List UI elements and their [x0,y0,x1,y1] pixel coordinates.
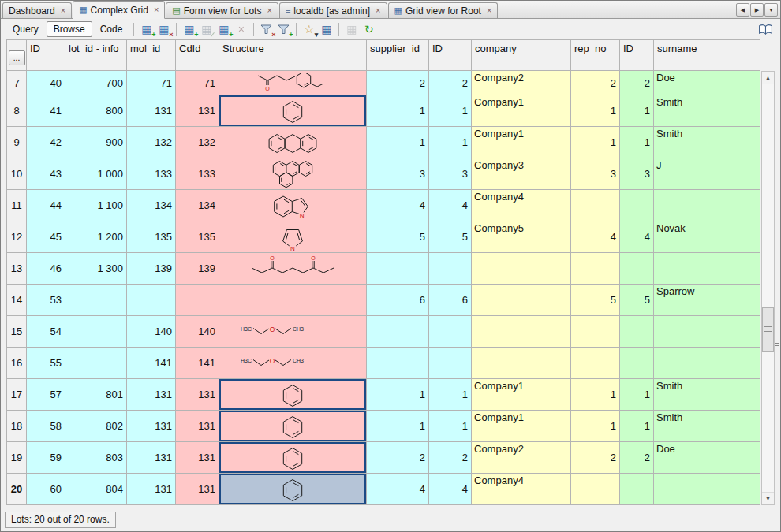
cell-mol-id[interactable]: 139 [127,253,176,285]
cell-rep-no[interactable]: 2 [571,442,620,474]
tab-close-icon[interactable]: × [61,6,65,15]
cell-supplier-id[interactable]: 4 [367,474,429,505]
cell-supplier-id[interactable] [367,316,429,348]
cell-id3[interactable]: 2 [620,442,654,474]
cell-mol-id[interactable]: 71 [127,71,176,95]
cell-id2[interactable]: 1 [429,95,472,127]
row-selector-9[interactable]: 9 [7,127,27,158]
cell-id[interactable]: 55 [27,348,65,379]
cell-surname[interactable]: J [654,158,760,190]
cell-cdid[interactable]: 131 [176,411,219,442]
cell-surname[interactable]: Novak [654,221,760,253]
row-selector-17[interactable]: 17 [7,379,27,411]
cell-id2[interactable]: 1 [429,379,472,411]
cell-surname[interactable] [654,474,760,505]
cell-id3[interactable]: 1 [620,127,654,158]
cell-rep-no[interactable]: 1 [571,411,620,442]
cell-cdid[interactable]: 132 [176,127,219,158]
cell-lot-id[interactable]: 804 [65,474,127,505]
favorites-button[interactable]: ☆▾ [301,21,317,38]
column-header-supplier-id[interactable]: supplier_id [367,40,429,71]
cell-mol-id[interactable]: 135 [127,221,176,253]
row-selector-8[interactable]: 8 [7,95,27,127]
cell-rep-no[interactable]: 4 [571,221,620,253]
tab-close-icon[interactable]: × [267,6,271,15]
cell-id[interactable]: 40 [27,71,65,95]
cell-company[interactable]: Company2 [472,442,571,474]
row-selector-13[interactable]: 13 [7,253,27,285]
add-grid-button[interactable]: ▦+ [138,21,155,38]
cell-structure[interactable] [219,379,367,411]
tab-close-icon[interactable]: × [376,6,380,15]
scrollbar-track[interactable] [762,84,774,492]
cell-mol-id[interactable]: 131 [127,474,176,505]
cell-company[interactable] [472,285,571,316]
cell-id3[interactable] [620,316,654,348]
cell-id[interactable]: 53 [27,285,65,316]
cell-id[interactable]: 46 [27,253,65,285]
cell-lot-id[interactable]: 1 000 [65,158,127,190]
cell-id3[interactable] [620,474,654,505]
cell-surname[interactable]: Smith [654,411,760,442]
cell-id[interactable]: 57 [27,379,65,411]
cell-id[interactable]: 44 [27,190,65,221]
cell-supplier-id[interactable]: 6 [367,285,429,316]
cell-id[interactable]: 42 [27,127,65,158]
cell-id2[interactable]: 2 [429,71,472,95]
cell-surname[interactable] [654,253,760,285]
cell-lot-id[interactable]: 1 200 [65,221,127,253]
copy-record-button[interactable]: ▦+ [215,21,232,38]
cell-rep-no[interactable]: 1 [571,95,620,127]
cell-rep-no[interactable] [571,316,620,348]
cell-mol-id[interactable] [127,285,176,316]
cell-structure[interactable]: H3COCH3 [219,348,367,379]
cell-id3[interactable]: 1 [620,95,654,127]
cell-company[interactable]: Company5 [472,221,571,253]
cell-company[interactable]: Company4 [472,190,571,221]
cell-id3[interactable] [620,190,654,221]
cell-cdid[interactable]: 131 [176,474,219,505]
cell-structure[interactable] [219,95,367,127]
add-filter-button[interactable]: + [275,21,292,38]
column-header-id3[interactable]: ID [620,40,654,71]
row-selector-18[interactable]: 18 [7,411,27,442]
cell-company[interactable]: Company2 [472,71,571,95]
column-header-id2[interactable]: ID [429,40,472,71]
cell-company[interactable] [472,253,571,285]
code-view-button[interactable]: Code [93,21,130,37]
cell-id2[interactable]: 4 [429,190,472,221]
tab-dashboard[interactable]: Dashboard× [2,2,72,18]
cell-mol-id[interactable]: 131 [127,379,176,411]
cell-company[interactable]: Company1 [472,411,571,442]
cell-mol-id[interactable]: 131 [127,411,176,442]
cell-supplier-id[interactable]: 5 [367,221,429,253]
cell-supplier-id[interactable]: 1 [367,379,429,411]
cell-id3[interactable]: 1 [620,411,654,442]
cell-mol-id[interactable]: 134 [127,190,176,221]
cell-id2[interactable]: 1 [429,411,472,442]
cell-surname[interactable]: Smith [654,95,760,127]
cell-rep-no[interactable] [571,474,620,505]
cell-id[interactable]: 58 [27,411,65,442]
cell-structure[interactable] [219,285,367,316]
cell-company[interactable]: Company3 [472,158,571,190]
cell-company[interactable] [472,348,571,379]
cell-id[interactable]: 54 [27,316,65,348]
cell-structure[interactable] [219,411,367,442]
cell-lot-id[interactable]: 1 300 [65,253,127,285]
cell-mol-id[interactable]: 140 [127,316,176,348]
tab-close-icon[interactable]: × [154,6,159,14]
cell-lot-id[interactable] [65,285,127,316]
cell-structure[interactable]: O [219,71,367,95]
row-selector-19[interactable]: 19 [7,442,27,474]
cell-supplier-id[interactable]: 3 [367,158,429,190]
clear-filter-button[interactable]: × [258,21,275,38]
cell-cdid[interactable]: 140 [176,316,219,348]
cell-structure[interactable] [219,127,367,158]
cell-mol-id[interactable]: 133 [127,158,176,190]
cell-surname[interactable]: Sparrow [654,285,760,316]
cell-rep-no[interactable]: 2 [571,71,620,95]
cell-lot-id[interactable]: 801 [65,379,127,411]
documentation-button[interactable] [757,21,774,38]
close-grid-button[interactable]: ▦× [155,21,172,38]
